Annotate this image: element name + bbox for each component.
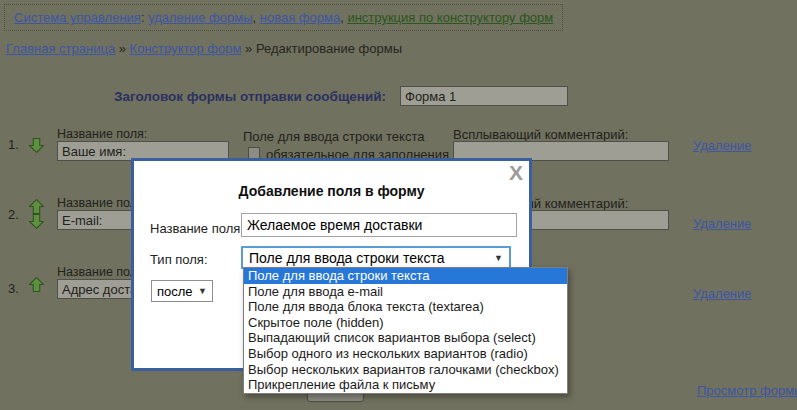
form-title-input[interactable] — [400, 86, 568, 106]
system-topbar: Система управления: удаление формы, нова… — [4, 4, 563, 31]
modal-position-selected-value: после — [157, 284, 193, 299]
row1-delete-link[interactable]: Удаление — [693, 138, 752, 153]
preview-form-link[interactable]: Просмотр формы — [697, 383, 797, 398]
row2-move-up-icon[interactable] — [29, 199, 44, 214]
breadcrumb: Главная страница » Конструктор форм » Ре… — [6, 41, 402, 56]
form-title-label: Заголовок формы отправки сообщений: — [114, 89, 386, 104]
topbar-comma-1: , — [253, 10, 257, 25]
topbar-comma-2: , — [340, 10, 344, 25]
row3-move-up-icon[interactable] — [29, 277, 44, 292]
row1-number: 1. — [8, 137, 19, 152]
breadcrumb-constructor-link[interactable]: Конструктор форм — [130, 41, 242, 56]
row1-comment-label: Всплывающий комментарий: — [453, 127, 628, 142]
modal-title: Добавление поля в форму — [134, 183, 529, 199]
breadcrumb-current: Редактирование формы — [256, 41, 402, 56]
modal-field-type-select[interactable]: Поле для ввода строки текста ▼ — [241, 246, 511, 269]
topbar-colon: : — [141, 10, 145, 25]
breadcrumb-home-link[interactable]: Главная страница — [6, 41, 115, 56]
modal-field-type-selected-value: Поле для ввода строки текста — [249, 250, 444, 266]
row2-move-down-icon[interactable] — [29, 214, 44, 229]
row3-number: 3. — [8, 281, 19, 296]
row2-delete-link[interactable]: Удаление — [693, 216, 752, 231]
row2-number: 2. — [8, 207, 19, 222]
breadcrumb-separator-1: » — [119, 41, 126, 56]
breadcrumb-separator-2: » — [245, 41, 252, 56]
modal-field-name-label: Название поля: — [150, 221, 244, 236]
dropdown-option-text-line[interactable]: Поле для ввода строки текста — [244, 268, 567, 284]
system-admin-link[interactable]: Система управления — [14, 10, 141, 25]
dropdown-option-hidden[interactable]: Скрытое поле (hidden) — [244, 315, 567, 331]
constructor-instruction-link[interactable]: инструкция по конструктору форм — [347, 10, 553, 25]
field-type-dropdown-list: Поле для ввода строки текста Поле для вв… — [243, 267, 568, 394]
row1-name-label: Название поля: — [57, 127, 147, 141]
modal-position-select[interactable]: после ▼ — [151, 280, 213, 302]
dropdown-option-select[interactable]: Выпадающий список вариантов выбора (sele… — [244, 330, 567, 346]
chevron-down-icon: ▼ — [494, 253, 503, 263]
modal-field-type-label: Тип поля: — [150, 252, 208, 267]
row3-delete-link[interactable]: Удаление — [693, 286, 752, 301]
dropdown-option-email[interactable]: Поле для ввода e-mail — [244, 284, 567, 300]
form-constructor-page: Система управления: удаление формы, нова… — [0, 0, 797, 410]
dropdown-option-radio[interactable]: Выбор одного из нескольких вариантов (ra… — [244, 346, 567, 362]
row1-move-down-icon[interactable] — [29, 138, 44, 153]
modal-field-name-input[interactable] — [241, 213, 517, 237]
chevron-down-icon: ▼ — [198, 286, 207, 296]
new-form-link[interactable]: новая форма — [260, 10, 340, 25]
close-icon[interactable]: X — [509, 161, 523, 185]
delete-form-link[interactable]: удаление формы — [148, 10, 252, 25]
dropdown-option-file[interactable]: Прикрепление файла к письму — [244, 377, 567, 393]
dropdown-option-checkbox[interactable]: Выбор нескольких вариантов галочками (ch… — [244, 362, 567, 378]
row1-field-type-text: Поле для ввода строки текста — [243, 129, 424, 144]
dropdown-option-textarea[interactable]: Поле для ввода блока текста (textarea) — [244, 299, 567, 315]
